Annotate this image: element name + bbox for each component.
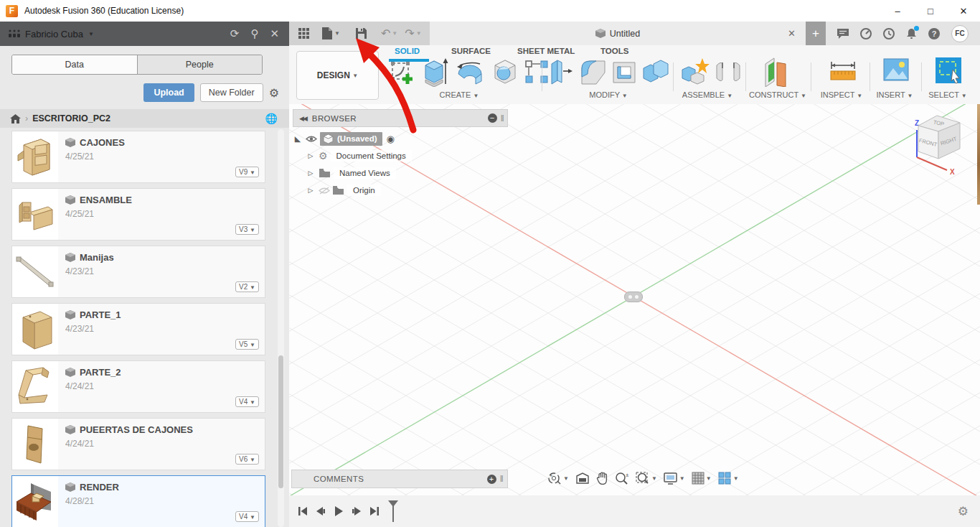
group-insert[interactable]: INSERT ▼ xyxy=(877,90,913,99)
list-item-render[interactable]: RENDER 4/28/21 V4 ▼ xyxy=(11,475,265,527)
version-dropdown[interactable]: V5 ▼ xyxy=(235,339,259,350)
browser-node-named-views[interactable]: ▷ Named Views xyxy=(293,164,508,182)
search-icon[interactable]: ⚲ xyxy=(250,27,258,40)
new-document-tab-button[interactable]: + xyxy=(806,22,826,45)
tab-data[interactable]: Data xyxy=(12,55,137,74)
collapse-browser-icon[interactable]: ◀◀ xyxy=(299,115,306,122)
list-item-ensamble[interactable]: ENSAMBLE 4/25/21 V3 ▼ xyxy=(11,188,265,241)
version-dropdown[interactable]: V3 ▼ xyxy=(235,224,259,235)
app-grid-icon[interactable] xyxy=(296,28,311,39)
panel-scrollbar[interactable] xyxy=(278,129,284,527)
group-construct[interactable]: CONSTRUCT ▼ xyxy=(749,90,806,99)
notifications-bell-icon[interactable] xyxy=(906,28,917,39)
version-dropdown[interactable]: V4 ▼ xyxy=(235,396,259,407)
comments-panel[interactable]: COMMENTS + ‖ xyxy=(291,470,508,488)
close-panel-icon[interactable]: ✕ xyxy=(270,27,279,40)
origin-marker[interactable] xyxy=(624,292,643,302)
list-item-pueertas[interactable]: PUEERTAS DE CAJONES 4/24/21 V6 ▼ xyxy=(11,418,265,470)
timeline-position-marker[interactable] xyxy=(388,500,398,522)
team-switcher[interactable]: Fabricio Cuba ▼ xyxy=(9,29,94,39)
look-at-icon[interactable] xyxy=(575,472,590,485)
create-sketch-icon[interactable] xyxy=(390,61,415,85)
browser-node-document-settings[interactable]: ▷ ⚙ Document Settings xyxy=(293,147,508,164)
combine-icon[interactable] xyxy=(641,58,669,85)
browser-root-row[interactable]: ◣ (Unsaved) ◉ xyxy=(293,130,508,147)
refresh-icon[interactable]: ⟳ xyxy=(230,27,240,40)
pan-hand-icon[interactable] xyxy=(596,472,608,485)
grid-settings-icon[interactable]: ▼ xyxy=(692,472,712,485)
scrollbar-thumb[interactable] xyxy=(278,355,283,488)
tab-solid[interactable]: SOLID xyxy=(395,47,420,55)
breadcrumb-folder[interactable]: ESCRITORIO_PC2 xyxy=(32,113,110,123)
collapse-all-icon[interactable]: − xyxy=(488,113,497,123)
minimize-button[interactable]: – xyxy=(881,0,914,22)
shell-icon[interactable] xyxy=(611,58,638,85)
comments-drag-handle[interactable]: ‖ xyxy=(500,474,504,484)
tab-sheet-metal[interactable]: SHEET METAL xyxy=(517,47,575,55)
pattern-icon[interactable] xyxy=(524,60,549,84)
press-pull-icon[interactable] xyxy=(549,58,573,85)
revolve-icon[interactable] xyxy=(456,61,486,85)
list-item-parte-1[interactable]: PARTE_1 4/23/21 V5 ▼ xyxy=(11,303,265,355)
collapsed-triangle-icon[interactable]: ▷ xyxy=(306,169,316,177)
timeline-go-to-start-icon[interactable] xyxy=(298,506,308,516)
list-item-manijas[interactable]: Manijas 4/23/21 V2 ▼ xyxy=(11,246,265,298)
extensions-icon[interactable] xyxy=(860,28,872,39)
fillet-icon[interactable] xyxy=(579,58,608,85)
visibility-eye-icon[interactable] xyxy=(306,135,317,143)
document-tab[interactable]: Untitled ✕ xyxy=(430,22,806,45)
timeline-step-forward-icon[interactable] xyxy=(351,506,362,516)
measure-icon[interactable] xyxy=(829,60,857,83)
collapsed-triangle-icon[interactable]: ▷ xyxy=(306,187,316,194)
document-close-icon[interactable]: ✕ xyxy=(788,28,796,39)
display-settings-icon[interactable]: ▼ xyxy=(664,472,685,485)
help-icon[interactable]: ? xyxy=(928,28,940,39)
hidden-eye-icon[interactable] xyxy=(319,187,330,195)
new-folder-button[interactable]: New Folder xyxy=(200,83,263,102)
account-avatar[interactable]: FC xyxy=(951,25,969,42)
group-select[interactable]: SELECT ▼ xyxy=(928,90,967,99)
viewcube[interactable]: Z X TOP FRONT RIGHT xyxy=(905,110,967,176)
list-item-cajones[interactable]: CAJONES 4/25/21 V9 ▼ xyxy=(11,131,265,183)
timeline-step-back-icon[interactable] xyxy=(315,506,326,516)
hole-icon[interactable] xyxy=(491,58,519,85)
extrude-icon[interactable] xyxy=(423,58,450,87)
upload-button[interactable]: Upload xyxy=(143,83,194,102)
new-component-icon[interactable] xyxy=(681,58,710,85)
insert-image-icon[interactable] xyxy=(883,58,909,81)
timeline-play-icon[interactable] xyxy=(334,505,344,517)
tab-people[interactable]: People xyxy=(137,55,263,74)
timeline-settings-gear-icon[interactable]: ⚙ xyxy=(958,504,969,519)
browser-drag-handle[interactable]: ‖ xyxy=(501,113,504,123)
root-document-chip[interactable]: (Unsaved) xyxy=(320,132,382,146)
browser-node-origin[interactable]: ▷ Origin xyxy=(293,182,508,199)
group-modify[interactable]: MODIFY ▼ xyxy=(589,90,628,99)
version-dropdown[interactable]: V9 ▼ xyxy=(235,167,259,177)
construct-plane-icon[interactable] xyxy=(763,57,790,87)
timeline-go-to-end-icon[interactable] xyxy=(369,506,380,516)
version-dropdown[interactable]: V4 ▼ xyxy=(235,511,259,522)
workspace-selector[interactable]: DESIGN ▼ xyxy=(296,51,379,100)
home-icon[interactable] xyxy=(10,114,21,123)
version-dropdown[interactable]: V6 ▼ xyxy=(235,454,259,465)
maximize-button[interactable]: □ xyxy=(914,0,947,22)
close-button[interactable]: ✕ xyxy=(947,0,980,22)
group-create[interactable]: CREATE ▼ xyxy=(440,90,479,99)
zoom-icon[interactable]: ± xyxy=(615,472,629,485)
joint-icon[interactable] xyxy=(714,58,743,84)
list-item-parte-2[interactable]: PARTE_2 4/24/21 V4 ▼ xyxy=(11,360,265,413)
version-dropdown[interactable]: V2 ▼ xyxy=(235,281,259,292)
tab-surface[interactable]: SURFACE xyxy=(451,47,491,55)
viewports-icon[interactable]: ▼ xyxy=(718,472,739,485)
zoom-window-icon[interactable]: ▼ xyxy=(636,472,657,485)
activate-radio-icon[interactable]: ◉ xyxy=(387,134,395,144)
collapsed-triangle-icon[interactable]: ▷ xyxy=(306,152,316,159)
tab-tools[interactable]: TOOLS xyxy=(600,47,628,55)
viewport[interactable]: Z X TOP FRONT RIGHT ◀◀ BROWSER − ‖ xyxy=(289,104,980,495)
group-inspect[interactable]: INSPECT ▼ xyxy=(821,90,862,99)
orbit-icon[interactable]: + ▼ xyxy=(547,472,569,485)
save-icon[interactable] xyxy=(354,28,369,39)
browser-header[interactable]: ◀◀ BROWSER − ‖ xyxy=(293,109,508,127)
globe-icon[interactable]: 🌐 xyxy=(265,113,278,124)
panel-settings-gear-icon[interactable]: ⚙ xyxy=(269,86,279,100)
